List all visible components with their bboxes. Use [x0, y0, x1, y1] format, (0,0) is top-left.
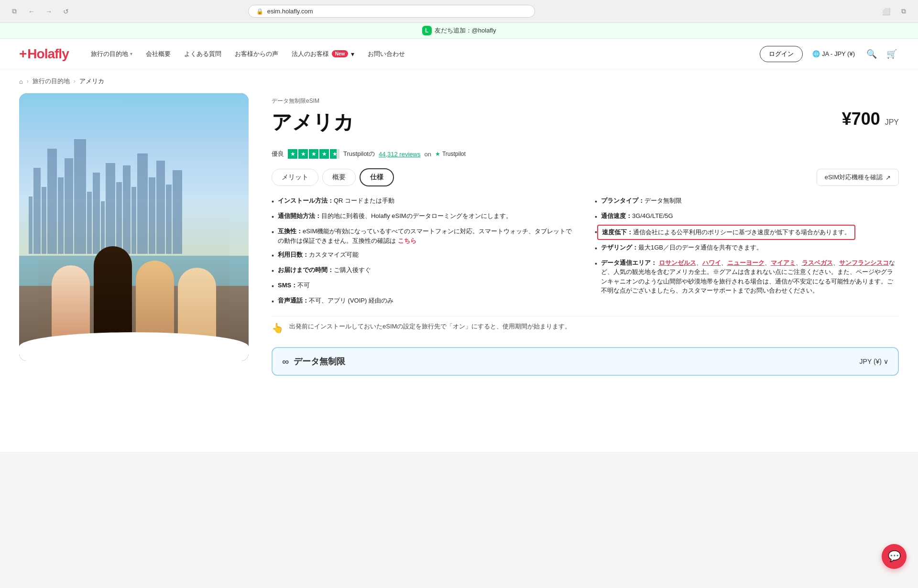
breadcrumb: ⌂ › 旅行の目的地 › アメリカ	[0, 69, 918, 93]
breadcrumb-home[interactable]: ⌂	[19, 78, 23, 85]
login-button[interactable]: ログイン	[760, 46, 803, 62]
star-1: ★	[288, 149, 297, 159]
star-2: ★	[298, 149, 308, 159]
back-button[interactable]: ←	[25, 5, 38, 18]
tab-overview[interactable]: 概要	[322, 169, 356, 186]
bullet-icon: ▪	[272, 212, 274, 222]
spec-item-compatibility: ▪ 互換性：eSIM機能が有効になっているすべてのスマートフォンに対応。スマート…	[272, 227, 576, 245]
notice-row: 👆 出発前にインストールしておいたeSIMの設定を旅行先で「オン」にすると、使用…	[272, 316, 899, 339]
product-price-currency: JPY	[885, 118, 899, 126]
trustpilot-stars: ★ ★ ★ ★ ★	[288, 149, 339, 159]
notice-text: 出発前にインストールしておいたeSIMの設定を旅行先で「オン」にすると、使用期間…	[289, 322, 571, 331]
bullet-icon: ▪	[272, 196, 274, 207]
nav-item-business[interactable]: 法人のお客様 New ▾	[285, 39, 361, 69]
product-image	[19, 93, 249, 361]
bullet-icon: ▪	[272, 227, 274, 237]
line-bar[interactable]: L 友だち追加：@holafly	[0, 23, 918, 39]
nav-actions: ログイン 🌐 JA - JPY (¥) 🔍 🛒	[760, 46, 899, 62]
throttle-highlight: 速度低下：通信会社による公平利用のポリシーに基づき速度が低下する場合があります。	[597, 225, 855, 240]
logo[interactable]: + Holafly	[19, 46, 69, 62]
page-content: ⌂ › 旅行の目的地 › アメリカ	[0, 69, 918, 452]
main-nav: + Holafly 旅行の目的地 ▾ 会社概要 よくある質問 お客様からの声 法…	[0, 39, 918, 69]
coverage-link-hawaii[interactable]: ハワイ	[702, 259, 721, 266]
coverage-link-sf[interactable]: サンフランシスコ	[839, 259, 889, 266]
infinity-icon: ∞	[282, 356, 289, 367]
bullet-icon: ▪	[595, 243, 597, 253]
nav-item-reviews[interactable]: お客様からの声	[228, 39, 285, 69]
coverage-link-vegas[interactable]: ラスベガス	[802, 259, 833, 266]
spec-item-sms: ▪ SMS：不可	[272, 281, 576, 291]
trustpilot-star-icon: ★	[435, 151, 440, 157]
trust-on: on	[424, 151, 431, 158]
hand-icon: 👆	[272, 322, 284, 334]
nav-item-about[interactable]: 会社概要	[139, 39, 177, 69]
search-button[interactable]: 🔍	[864, 47, 879, 61]
spec-item-plan-type: ▪ プランタイプ：データ無制限	[595, 196, 899, 207]
breadcrumb-destinations[interactable]: 旅行の目的地	[33, 77, 70, 86]
reload-button[interactable]: ↺	[59, 5, 73, 18]
spec-item-voice: ▪ 音声通話：不可、アプリ (VOIP) 経由のみ	[272, 296, 576, 306]
spec-list-left: ▪ インストール方法：QR コードまたは手動 ▪ 通信開始方法：目的地に到着後、…	[272, 196, 576, 306]
data-unlimited-section: ∞ データ無制限 JPY (¥) ∨	[272, 347, 899, 376]
spec-list-right: ▪ プランタイプ：データ無制限 ▪ 通信速度：3G/4G/LTE/5G ▪ 速度…	[595, 196, 899, 306]
new-tab-button[interactable]: ⧉	[897, 5, 910, 18]
globe-icon: 🌐	[812, 50, 820, 57]
spec-item-coverage: ▪ データ通信エリア： ロサンゼルス、ハワイ、ニューヨーク、マイアミ、ラスベガス…	[595, 258, 899, 295]
star-4: ★	[319, 149, 329, 159]
nav-item-contact[interactable]: お問い合わせ	[361, 39, 412, 69]
tab-overview-button[interactable]: ⧉	[8, 5, 21, 18]
chevron-down-icon: ▾	[351, 50, 354, 58]
star-5: ★	[330, 149, 339, 159]
line-icon: L	[422, 26, 432, 35]
browser-actions: ⬜ ⧉	[880, 5, 910, 18]
new-badge: New	[332, 50, 349, 57]
bullet-icon: ▪	[272, 281, 274, 291]
tab-specs[interactable]: 仕様	[360, 168, 394, 186]
forward-button[interactable]: →	[42, 5, 55, 18]
trustpilot-row: 優良 ★ ★ ★ ★ ★ Trustpilotの 44,312 reviews …	[272, 149, 899, 159]
product-section: データ無制限eSIM アメリカ ¥700 JPY 優良 ★ ★ ★ ★ ★	[0, 93, 918, 395]
cart-button[interactable]: 🛒	[885, 47, 899, 61]
product-header-row: アメリカ ¥700 JPY	[272, 109, 899, 142]
breadcrumb-sep: ›	[27, 78, 29, 85]
spec-item-activation: ▪ 通信開始方法：目的地に到着後、Holafly eSIMのデータローミングをオ…	[272, 211, 576, 222]
coverage-link-ny[interactable]: ニューヨーク	[727, 259, 765, 266]
product-price: ¥700	[842, 109, 880, 129]
product-price-container: ¥700 JPY	[842, 109, 899, 129]
language-selector[interactable]: 🌐 JA - JPY (¥)	[809, 48, 859, 59]
coverage-link-miami[interactable]: マイアミ	[771, 259, 796, 266]
currency-selector[interactable]: JPY (¥) ∨	[860, 358, 888, 365]
trustpilot-reviews-link[interactable]: 44,312 reviews	[379, 151, 420, 158]
spec-item-days: ▪ 利用日数：カスタマイズ可能	[272, 250, 576, 261]
address-bar[interactable]: 🔒 esim.holafly.com	[248, 5, 535, 18]
browser-chrome: ⧉ ← → ↺ 🔒 esim.holafly.com ⬜ ⧉	[0, 0, 918, 23]
nav-item-destinations[interactable]: 旅行の目的地 ▾	[84, 39, 139, 69]
bullet-icon: ▪	[595, 212, 597, 222]
esim-check-button[interactable]: eSIM対応機種を確認 ↗	[817, 169, 899, 186]
trustpilot-logo: ★ Trustpilot	[435, 151, 466, 157]
breadcrumb-sep-2: ›	[74, 78, 76, 85]
url-display: esim.holafly.com	[267, 8, 313, 15]
spec-item-speed: ▪ 通信速度：3G/4G/LTE/5G	[595, 211, 899, 222]
coverage-link-la[interactable]: ロサンゼルス	[659, 259, 696, 266]
product-tabs: メリット 概要 仕様 eSIM対応機種を確認 ↗	[272, 168, 899, 186]
spec-item-throttle: ▪ 速度低下：通信会社による公平利用のポリシーに基づき速度が低下する場合がありま…	[595, 227, 899, 238]
data-unlimited-label: ∞ データ無制限	[282, 356, 345, 367]
spec-item-install: ▪ インストール方法：QR コードまたは手動	[272, 196, 576, 207]
spec-item-tethering: ▪ テザリング：最大1GB／日のデータ通信を共有できます。	[595, 243, 899, 253]
bullet-icon: ▪	[272, 296, 274, 306]
product-category: データ無制限eSIM	[272, 97, 899, 105]
compatibility-link[interactable]: こちら	[398, 237, 416, 244]
trust-label: 優良	[272, 150, 284, 158]
browser-controls: ⧉ ← → ↺	[8, 5, 73, 18]
tab-merits[interactable]: メリット	[272, 169, 318, 186]
product-title: アメリカ	[272, 109, 354, 136]
bullet-icon: ▪	[272, 250, 274, 261]
breadcrumb-current: アメリカ	[79, 77, 104, 86]
bullet-icon: ▪	[272, 266, 274, 276]
spec-item-delivery: ▪ お届けまでの時間：ご購入後すぐ	[272, 265, 576, 276]
lock-icon: 🔒	[256, 8, 263, 15]
split-view-button[interactable]: ⬜	[880, 5, 893, 18]
trust-reviews-prefix: Trustpilotの	[343, 150, 375, 158]
nav-item-faq[interactable]: よくある質問	[177, 39, 228, 69]
